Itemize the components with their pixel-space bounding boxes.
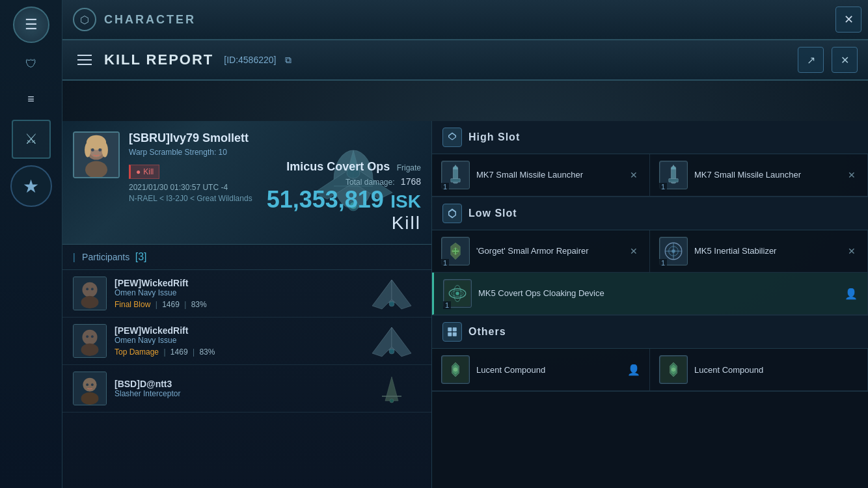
- ship-name: Imicus Covert Ops: [286, 160, 390, 173]
- participant-percent-2: 83%: [199, 347, 215, 357]
- low-slot-pilot-3: 👤: [844, 286, 858, 301]
- ship-type: Frigate: [397, 163, 421, 172]
- svg-point-76: [671, 368, 675, 371]
- close-button[interactable]: ✕: [832, 47, 858, 73]
- kill-type-label: Kill: [267, 213, 421, 234]
- low-slot-item-name-1: 'Gorget' Small Armor Repairer: [476, 246, 621, 257]
- svg-marker-32: [372, 327, 392, 357]
- low-slot-item-text-1: 'Gorget' Small Armor Repairer: [476, 246, 621, 257]
- high-slot-qty-2: 1: [659, 183, 667, 191]
- high-slot-items: MK7 Small Missile Launcher 1 ✕: [432, 154, 868, 197]
- participants-list: [PEW]WickedRift Omen Navy Issue Final Bl…: [62, 270, 431, 488]
- participant-avatar-3: [73, 372, 107, 405]
- others-item-1[interactable]: Lucent Compound 👤: [432, 349, 650, 391]
- header-menu-button[interactable]: [73, 48, 96, 72]
- kill-label: Kill: [143, 167, 154, 176]
- svg-rect-50: [669, 178, 679, 182]
- global-close-button[interactable]: ✕: [835, 7, 861, 33]
- low-slot-title: Low Slot: [468, 208, 517, 219]
- main-panel: KILL REPORT [ID:4586220] ⧉ ↗ ✕: [62, 0, 868, 488]
- svg-point-16: [98, 148, 102, 152]
- svg-point-37: [81, 392, 99, 405]
- character-header: ⬡ CHARACTER: [62, 0, 868, 40]
- sidebar: ☰ 🛡 ≡ ⚔ ★: [0, 0, 62, 488]
- menu-line-1: [77, 55, 92, 56]
- high-slot-item-text-1: MK7 Small Missile Launcher: [476, 170, 621, 181]
- damage-value: 1768: [401, 176, 421, 187]
- participants-header: | Participants [3]: [62, 245, 431, 270]
- others-item-name-1: Lucent Compound: [476, 365, 621, 375]
- external-link-button[interactable]: ↗: [798, 47, 824, 73]
- participant-damage-1: 1469: [162, 300, 180, 309]
- others-items-grid: Lucent Compound 👤: [432, 349, 868, 391]
- sidebar-combat-button[interactable]: ⚔: [12, 120, 51, 159]
- low-slot-item-2[interactable]: MK5 Inertial Stabilizer 1 ✕: [650, 230, 868, 273]
- final-blow-tag: Final Blow: [115, 300, 150, 309]
- sidebar-bars-button[interactable]: ≡: [10, 85, 52, 113]
- svg-rect-68: [453, 332, 457, 336]
- others-item-2[interactable]: Lucent Compound: [650, 349, 868, 391]
- svg-rect-66: [453, 327, 457, 331]
- others-icon: [442, 322, 462, 342]
- kill-report-id: [ID:4586220]: [224, 55, 276, 65]
- svg-point-30: [91, 335, 94, 338]
- svg-point-28: [81, 344, 99, 356]
- low-slot-item-text-3: MK5 Covert Ops Cloaking Device: [478, 288, 837, 299]
- high-slot-item-2[interactable]: MK7 Small Missile Launcher 1 ✕: [650, 154, 868, 197]
- svg-point-63: [455, 291, 459, 295]
- low-slot-qty-3: 1: [443, 301, 451, 309]
- low-slot-header: Low Slot: [432, 197, 868, 230]
- svg-rect-65: [448, 327, 452, 331]
- bars-icon: ≡: [27, 92, 34, 106]
- kill-dot: ●: [136, 167, 141, 176]
- left-panel: [SBRU]Ivy79 Smollett Warp Scramble Stren…: [62, 121, 432, 488]
- isk-row: 51,353,819 ISK: [267, 187, 421, 213]
- low-slot-item-3[interactable]: MK5 Covert Ops Cloaking Device 1 👤: [432, 273, 868, 315]
- others-item-pilot-1: 👤: [627, 364, 640, 376]
- svg-rect-46: [451, 178, 461, 182]
- sidebar-shield-button[interactable]: 🛡: [10, 49, 52, 78]
- svg-point-39: [91, 383, 94, 386]
- others-section: Others: [432, 316, 868, 392]
- ship-info: Imicus Covert Ops Frigate: [267, 160, 421, 174]
- high-slot-icon: [442, 128, 462, 147]
- svg-point-29: [86, 335, 88, 338]
- kill-report-title: KILL REPORT: [104, 51, 213, 68]
- low-slot-remove-1[interactable]: ✕: [627, 245, 640, 258]
- high-slot-section: High Slot: [432, 121, 868, 197]
- participant-item-3[interactable]: [BSD]D@ntt3 Slasher Interceptor: [62, 365, 431, 413]
- svg-point-27: [82, 330, 97, 345]
- menu-icon: ☰: [25, 16, 38, 33]
- sidebar-star-button[interactable]: ★: [10, 165, 52, 207]
- svg-point-15: [91, 148, 94, 152]
- lucent-compound-icon-2: [659, 355, 688, 384]
- svg-marker-40: [385, 377, 398, 401]
- svg-point-34: [389, 349, 394, 354]
- others-item-name-2: Lucent Compound: [694, 365, 858, 375]
- participant-item-2[interactable]: [PEW]WickedRift Omen Navy Issue Top Dama…: [62, 318, 431, 365]
- participant-item[interactable]: [PEW]WickedRift Omen Navy Issue Final Bl…: [62, 270, 431, 318]
- others-item-text-2: Lucent Compound: [694, 365, 858, 375]
- low-slot-qty-1: 1: [441, 259, 449, 267]
- high-slot-remove-2[interactable]: ✕: [845, 169, 858, 182]
- participant-ship-icon-3: [362, 372, 421, 407]
- copy-icon[interactable]: ⧉: [285, 55, 292, 66]
- isk-label: ISK: [390, 191, 421, 211]
- sidebar-menu-button[interactable]: ☰: [13, 7, 49, 43]
- menu-line-3: [77, 64, 92, 65]
- lucent-compound-icon-1: [441, 355, 470, 384]
- high-slot-item-1[interactable]: MK7 Small Missile Launcher 1 ✕: [432, 154, 650, 197]
- svg-point-42: [390, 399, 394, 403]
- participant-ship-icon-2: [362, 324, 421, 360]
- others-header: Others: [432, 316, 868, 349]
- swords-icon: ⚔: [25, 131, 38, 148]
- low-slot-remove-2[interactable]: ✕: [845, 245, 858, 258]
- low-slot-item-1[interactable]: 'Gorget' Small Armor Repairer 1 ✕: [432, 230, 650, 273]
- svg-marker-23: [372, 280, 392, 309]
- svg-point-19: [81, 296, 99, 308]
- high-slot-remove-1[interactable]: ✕: [627, 169, 640, 182]
- participant-avatar-1: [73, 277, 107, 310]
- svg-point-21: [91, 288, 94, 290]
- low-slot-item-name-2: MK5 Inertial Stabilizer: [694, 246, 839, 257]
- damage-label: Total damage:: [346, 178, 394, 187]
